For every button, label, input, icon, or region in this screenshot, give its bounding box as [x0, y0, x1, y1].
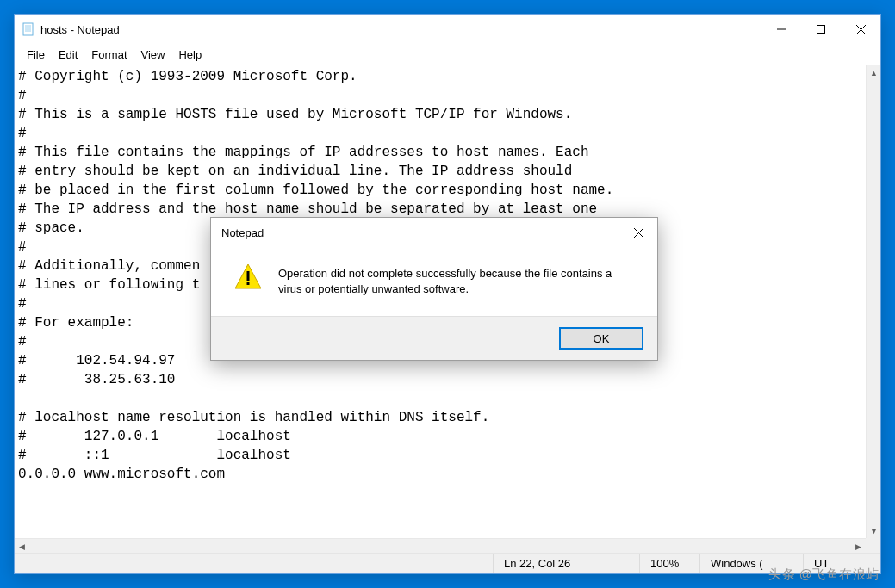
dialog-close-button[interactable]: [619, 218, 657, 247]
dialog-body: Operation did not complete successfully …: [211, 247, 657, 316]
watermark-text: 头条 @飞鱼在浪屿: [768, 566, 879, 583]
statusbar: Ln 22, Col 26 100% Windows ( UT: [15, 553, 880, 573]
status-spacer: [15, 554, 493, 573]
scroll-right-icon[interactable]: ▶: [851, 539, 866, 553]
dialog-title: Notepad: [221, 226, 619, 239]
vscroll-track[interactable]: [867, 80, 880, 523]
minimize-button[interactable]: [761, 15, 801, 44]
notepad-icon: [22, 22, 35, 36]
window-controls: [761, 15, 880, 44]
menu-format[interactable]: Format: [84, 46, 134, 63]
svg-rect-13: [247, 282, 250, 285]
menu-file[interactable]: File: [20, 46, 52, 63]
warning-icon: [233, 263, 263, 295]
dialog-footer: OK: [211, 316, 657, 360]
dialog-message: Operation did not complete successfully …: [278, 263, 637, 297]
window-title: hosts - Notepad: [40, 23, 761, 36]
hscroll-track[interactable]: [29, 539, 851, 553]
error-dialog: Notepad Operation did not complete succe…: [210, 217, 658, 361]
svg-rect-12: [247, 271, 250, 281]
menu-help[interactable]: Help: [171, 46, 208, 63]
status-position: Ln 22, Col 26: [493, 554, 639, 573]
titlebar[interactable]: hosts - Notepad: [15, 15, 880, 44]
scroll-corner: [866, 538, 880, 553]
menubar: File Edit Format View Help: [15, 44, 880, 65]
horizontal-scrollbar[interactable]: ◀ ▶: [15, 538, 866, 553]
status-zoom: 100%: [639, 554, 699, 573]
close-button[interactable]: [841, 15, 880, 44]
maximize-button[interactable]: [801, 15, 841, 44]
dialog-titlebar[interactable]: Notepad: [211, 218, 657, 247]
svg-rect-6: [817, 26, 825, 34]
menu-view[interactable]: View: [134, 46, 172, 63]
vertical-scrollbar[interactable]: ▲ ▼: [866, 65, 880, 538]
scroll-down-icon[interactable]: ▼: [867, 523, 880, 538]
scroll-left-icon[interactable]: ◀: [15, 539, 29, 553]
menu-edit[interactable]: Edit: [52, 46, 84, 63]
ok-button[interactable]: OK: [559, 327, 643, 350]
scroll-up-icon[interactable]: ▲: [867, 65, 880, 80]
